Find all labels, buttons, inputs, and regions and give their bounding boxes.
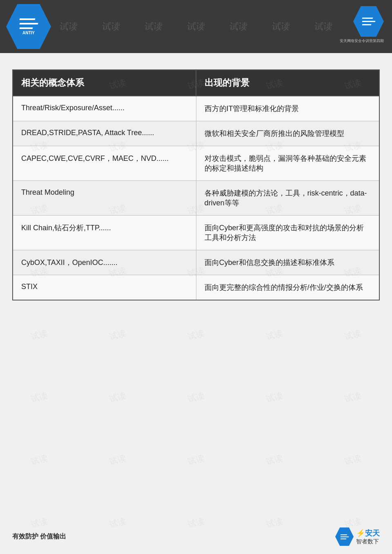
- watermark-2: 试读: [101, 20, 121, 33]
- table-header-row: 相关的概念体系 出现的背景: [13, 70, 379, 96]
- rl-line-1: [362, 18, 373, 19]
- cell-col1-6: STIX: [13, 275, 196, 300]
- watermark-5: 试读: [228, 20, 248, 33]
- footer-lightning-icon: ⚡: [356, 529, 365, 537]
- cell-col1-3: Threat Modeling: [13, 181, 196, 216]
- watermark-7: 试读: [313, 20, 333, 33]
- right-logo-lines: [362, 18, 375, 25]
- fhl-3: [340, 538, 346, 539]
- cell-col2-6: 面向更完整的综合性的情报分析/作业/交换的体系: [196, 275, 379, 300]
- footer-logo: ⚡安天 智者数下: [335, 527, 380, 546]
- cell-col2-5: 面向Cyber和信息交换的描述和标准体系: [196, 250, 379, 275]
- table-row: CAPEC,CWE,CVE,CVRF，MAEC，NVD......对攻击模式，脆…: [13, 146, 379, 181]
- footer-hex-logo: [335, 527, 354, 546]
- header-right-logo: 安天网络安全令训营第四期: [340, 6, 384, 44]
- table-row: Threat Modeling各种威胁建模的方法论，工具，risk-centri…: [13, 181, 379, 216]
- fhl-1: [340, 534, 347, 535]
- main-content: 相关的概念体系 出现的背景 Threat/Risk/Exposure/Asset…: [0, 53, 392, 313]
- footer-tagline: 有效防护 价值输出: [12, 532, 66, 541]
- bwm-25: 试读: [0, 357, 85, 438]
- header: ANTIY 试读 试读 试读 试读 试读 试读 试读 安天网络安全令训营第四期: [0, 0, 392, 53]
- cell-col2-3: 各种威胁建模的方法论，工具，risk-centric，data-driven等等: [196, 181, 379, 216]
- cell-col2-1: 微软和相关安全厂商所推出的风险管理模型: [196, 121, 379, 146]
- bwm-33: 试读: [228, 420, 320, 501]
- table-row: CybOX,TAXII，OpenIOC.......面向Cyber和信息交换的描…: [13, 250, 379, 275]
- watermark-row: 试读 试读 试读 试读 试读 试读 试读: [0, 20, 392, 33]
- watermark-3: 试读: [143, 20, 163, 33]
- watermark-6: 试读: [271, 20, 291, 33]
- cell-col1-5: CybOX,TAXII，OpenIOC.......: [13, 250, 196, 275]
- col1-header: 相关的概念体系: [13, 70, 196, 96]
- footer-hex-lines: [341, 534, 349, 539]
- footer: 有效防护 价值输出 ⚡安天 智者数下: [0, 527, 392, 546]
- header-watermarks: 试读 试读 试读 试读 试读 试读 试读: [0, 0, 392, 53]
- bwm-27: 试读: [150, 357, 242, 438]
- right-logo-caption: 安天网络安全令训营第四期: [340, 38, 384, 44]
- bwm-28: 试读: [228, 357, 320, 438]
- right-logo-hex: [353, 6, 384, 37]
- cell-col1-4: Kill Chain,钻石分析,TTP......: [13, 216, 196, 250]
- footer-slogan: 智者数下: [356, 538, 380, 545]
- bwm-34: 试读: [307, 420, 392, 501]
- cell-col1-2: CAPEC,CWE,CVE,CVRF，MAEC，NVD......: [13, 146, 196, 181]
- watermark-1: 试读: [58, 20, 78, 33]
- cell-col2-0: 西方的IT管理和标准化的背景: [196, 96, 379, 121]
- bwm-29: 试读: [307, 357, 392, 438]
- watermark-4: 试读: [186, 20, 206, 33]
- table-row: DREAD,STRIDE,PASTA, Attack Tree......微软和…: [13, 121, 379, 146]
- cell-col1-1: DREAD,STRIDE,PASTA, Attack Tree......: [13, 121, 196, 146]
- cell-col2-2: 对攻击模式，脆弱点，漏洞等各种基础的安全元素的标定和描述结构: [196, 146, 379, 181]
- footer-brand-name: ⚡安天: [356, 528, 380, 538]
- table-row: STIX面向更完整的综合性的情报分析/作业/交换的体系: [13, 275, 379, 300]
- bwm-31: 试读: [71, 420, 163, 501]
- cell-col1-0: Threat/Risk/Exposure/Asset......: [13, 96, 196, 121]
- cell-col2-4: 面向Cyber和更高强度的攻击和对抗的场景的分析工具和分析方法: [196, 216, 379, 250]
- rl-line-2: [362, 21, 375, 22]
- footer-brand: ⚡安天 智者数下: [356, 528, 380, 545]
- col2-header: 出现的背景: [196, 70, 379, 96]
- bwm-30: 试读: [0, 420, 85, 501]
- concept-table: 相关的概念体系 出现的背景 Threat/Risk/Exposure/Asset…: [12, 69, 380, 300]
- rl-line-3: [362, 24, 371, 25]
- bwm-26: 试读: [71, 357, 163, 438]
- table-row: Kill Chain,钻石分析,TTP......面向Cyber和更高强度的攻击…: [13, 216, 379, 250]
- table-row: Threat/Risk/Exposure/Asset......西方的IT管理和…: [13, 96, 379, 121]
- bwm-32: 试读: [150, 420, 242, 501]
- fhl-2: [340, 536, 349, 537]
